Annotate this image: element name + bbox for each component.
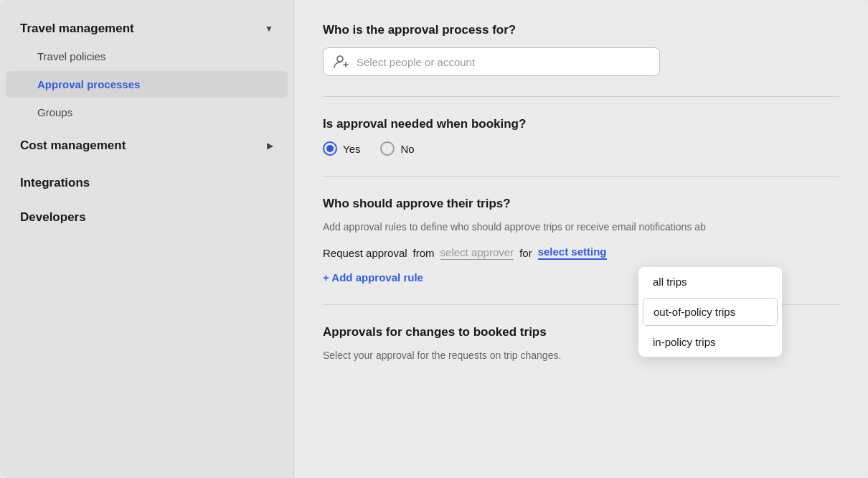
divider-1 [323, 96, 839, 97]
rule-for-label: for [519, 247, 532, 259]
radio-yes-label: Yes [343, 143, 360, 155]
travel-management-label: Travel management [20, 22, 134, 36]
select-approver-button[interactable]: select approver [440, 246, 514, 260]
radio-no-label: No [400, 143, 414, 155]
who-for-section: Who is the approval process for? Select … [323, 23, 839, 76]
radio-yes[interactable]: Yes [323, 141, 360, 156]
cost-management-section: Cost management ▶ [0, 131, 293, 160]
dropdown-item-all-trips[interactable]: all trips [638, 267, 782, 296]
sidebar-item-groups[interactable]: Groups [0, 99, 293, 126]
dropdown-item-out-of-policy[interactable]: out-of-policy trips [643, 298, 778, 326]
select-setting-button[interactable]: select setting [538, 245, 607, 260]
travel-management-section: Travel management ▼ Travel policies Appr… [0, 14, 293, 126]
approve-description: Add approval rules to define who should … [323, 221, 839, 233]
radio-group: Yes No [323, 141, 839, 156]
travel-management-header[interactable]: Travel management ▼ [0, 14, 293, 43]
cost-management-label: Cost management [20, 139, 126, 153]
radio-no-circle[interactable] [380, 141, 395, 156]
radio-yes-circle[interactable] [323, 141, 337, 156]
sidebar-item-developers[interactable]: Developers [0, 200, 293, 235]
radio-no[interactable]: No [380, 141, 414, 156]
rule-prefix: Request approval [323, 247, 407, 259]
people-input[interactable]: Select people or account [323, 47, 660, 76]
sidebar-item-travel-policies[interactable]: Travel policies [0, 43, 293, 70]
who-for-question: Who is the approval process for? [323, 23, 839, 37]
rule-from-label: from [413, 247, 435, 259]
sidebar-item-approval-processes[interactable]: Approval processes [6, 71, 288, 98]
people-placeholder: Select people or account [357, 56, 475, 68]
chevron-right-icon: ▶ [267, 141, 273, 151]
main-content: Who is the approval process for? Select … [294, 0, 868, 478]
add-approval-rule-button[interactable]: + Add approval rule [323, 271, 423, 283]
cost-management-header[interactable]: Cost management ▶ [0, 131, 293, 160]
dropdown-item-in-policy[interactable]: in-policy trips [638, 327, 782, 357]
who-approve-section: Who should approve their trips? Add appr… [323, 197, 839, 284]
approval-needed-section: Is approval needed when booking? Yes No [323, 117, 839, 156]
approval-rule-row: Request approval from select approver fo… [323, 245, 839, 260]
chevron-down-icon: ▼ [265, 24, 273, 34]
svg-point-0 [337, 56, 343, 62]
approval-needed-question: Is approval needed when booking? [323, 117, 839, 131]
divider-2 [323, 176, 839, 177]
setting-dropdown: all trips out-of-policy trips in-policy … [638, 267, 782, 357]
who-approve-question: Who should approve their trips? [323, 197, 839, 211]
sidebar-item-integrations[interactable]: Integrations [0, 166, 293, 200]
sidebar: Travel management ▼ Travel policies Appr… [0, 0, 294, 478]
person-add-icon [334, 55, 349, 68]
